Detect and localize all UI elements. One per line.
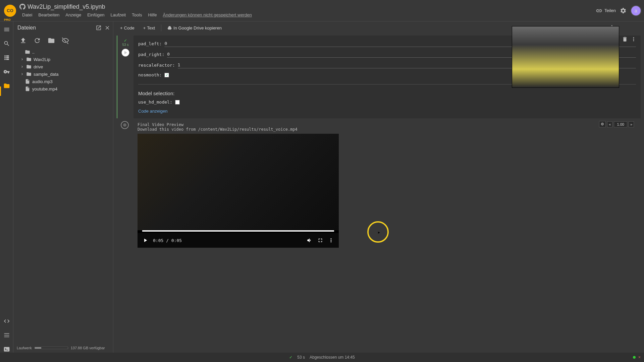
user-avatar[interactable]: a (631, 5, 641, 16)
activity-rail (0, 21, 13, 353)
search-icon[interactable] (3, 40, 10, 47)
chevron-right-icon (20, 65, 24, 69)
add-text-button[interactable]: + Text (141, 24, 158, 32)
tree-folder-drive[interactable]: drive (13, 63, 113, 70)
popout-icon[interactable] (96, 25, 102, 31)
speed-controls: ⚙ « 1.00 » (599, 121, 634, 127)
run-cell-button[interactable] (121, 49, 129, 57)
header-right: Teilen a (596, 5, 641, 16)
folder-icon (26, 64, 32, 69)
rail-active-indicator (0, 86, 1, 96)
cell-gutter: ✓ 53 s (117, 36, 133, 118)
speed-value: 1.00 (614, 121, 627, 127)
title-row: Wav2Lip_simplified_v5.ipynb (19, 3, 596, 11)
save-status-link[interactable]: Änderungen können nicht gespeichert werd… (160, 12, 254, 18)
pro-badge: PRO (4, 18, 11, 21)
output-cell: ⚙ « 1.00 » Final Video Preview Download … (117, 120, 641, 250)
video-frame (138, 134, 339, 230)
disk-bar (35, 347, 68, 349)
share-label: Teilen (604, 8, 616, 13)
file-tree: .. Wav2Lip drive sample_data audio.mp3 y… (13, 48, 113, 343)
chevron-right-icon (20, 57, 24, 61)
copy-to-drive-button[interactable]: In Google Drive kopieren (165, 24, 224, 32)
link-icon (596, 7, 602, 14)
hidden-icon[interactable] (62, 37, 69, 44)
cell-status: ✓ 53 s (122, 38, 129, 47)
video-player[interactable]: 0:05 / 0:05 (138, 134, 339, 248)
menu-insert[interactable]: Einfügen (85, 12, 107, 18)
more-icon[interactable] (631, 36, 637, 42)
mount-drive-icon[interactable] (48, 37, 55, 44)
output-content: Final Video Preview Download this video … (133, 120, 641, 250)
menu-tools[interactable]: Tools (129, 12, 145, 18)
model-selection-title: Model selection: (138, 89, 636, 98)
status-time: 53 s (297, 355, 305, 360)
check-icon: ✓ (124, 38, 127, 43)
tree-file-audio[interactable]: audio.mp3 (13, 78, 113, 85)
output-subtitle: Download this video from /content/Wav2Li… (138, 127, 636, 132)
terminal-icon[interactable] (3, 346, 10, 353)
menu-bar: Datei Bearbeiten Anzeige Einfügen Laufze… (19, 12, 596, 18)
folder-icon (26, 57, 32, 62)
files-toolbar (13, 34, 113, 48)
tree-folder-wav2lip[interactable]: Wav2Lip (13, 56, 113, 63)
speed-next-button[interactable]: » (629, 121, 634, 127)
files-panel-title: Dateien (17, 25, 36, 31)
folder-icon (26, 71, 32, 77)
menu-runtime[interactable]: Laufzeit (108, 12, 129, 18)
files-icon[interactable] (3, 82, 10, 89)
tree-folder-sampledata[interactable]: sample_data (13, 70, 113, 78)
separator (161, 24, 161, 31)
chevron-right-icon (20, 72, 24, 76)
menu-edit[interactable]: Bearbeiten (36, 12, 62, 18)
hd-model-checkbox[interactable]: ✓ (175, 100, 180, 105)
files-panel: Dateien .. Wav2Lip drive sample_data (13, 21, 113, 353)
webcam-overlay (512, 26, 619, 88)
param-hd-model: use_hd_model: ✓ (138, 98, 636, 107)
app-header: CO PRO Wav2Lip_simplified_v5.ipynb Datei… (0, 0, 644, 21)
speed-settings-icon[interactable]: ⚙ (599, 121, 606, 127)
file-icon (25, 86, 30, 92)
output-title: Final Video Preview (138, 122, 636, 127)
refresh-icon[interactable] (34, 37, 41, 44)
play-icon[interactable] (142, 237, 148, 243)
more-icon[interactable] (328, 237, 334, 243)
files-panel-header: Dateien (13, 21, 113, 34)
video-progress[interactable] (142, 230, 334, 232)
tree-file-youtube[interactable]: youtube.mp4 (13, 85, 113, 93)
speed-prev-button[interactable]: « (607, 121, 612, 127)
video-controls: 0:05 / 0:05 (138, 233, 339, 248)
secrets-icon[interactable] (3, 68, 10, 75)
command-icon[interactable] (3, 332, 10, 339)
fullscreen-icon[interactable] (317, 237, 323, 243)
show-code-link[interactable]: Code anzeigen (138, 107, 636, 116)
menu-help[interactable]: Hilfe (145, 12, 159, 18)
share-button[interactable]: Teilen (596, 7, 616, 14)
nosmooth-checkbox[interactable]: ✓ (164, 73, 169, 77)
status-bar: ✓ 53 s Abgeschlossen um 14:45 × (0, 353, 644, 362)
connection-indicator (633, 356, 636, 359)
variables-icon[interactable] (3, 54, 10, 61)
close-panel-icon[interactable] (104, 25, 110, 31)
menu-file[interactable]: Datei (19, 12, 35, 18)
upload-icon[interactable] (19, 37, 27, 44)
file-icon (25, 79, 30, 84)
video-time: 0:05 / 0:05 (153, 238, 182, 243)
delete-icon[interactable] (622, 36, 628, 42)
status-done: Abgeschlossen um 14:45 (310, 355, 355, 360)
colab-logo: CO PRO (4, 5, 16, 17)
settings-icon[interactable] (620, 7, 627, 14)
drive-icon (167, 25, 172, 30)
add-code-button[interactable]: + Code (117, 24, 137, 32)
status-close-button[interactable]: × (638, 355, 641, 360)
notebook-title[interactable]: Wav2Lip_simplified_v5.ipynb (28, 3, 105, 10)
code-icon[interactable] (3, 318, 10, 324)
toc-icon[interactable] (3, 26, 10, 33)
header-center: Wav2Lip_simplified_v5.ipynb Datei Bearbe… (19, 3, 596, 18)
volume-icon[interactable] (307, 237, 313, 243)
tree-up[interactable]: .. (13, 48, 113, 56)
menu-view[interactable]: Anzeige (63, 12, 84, 18)
output-status-icon[interactable] (121, 121, 129, 129)
github-icon (19, 4, 25, 10)
folder-icon (25, 49, 30, 55)
